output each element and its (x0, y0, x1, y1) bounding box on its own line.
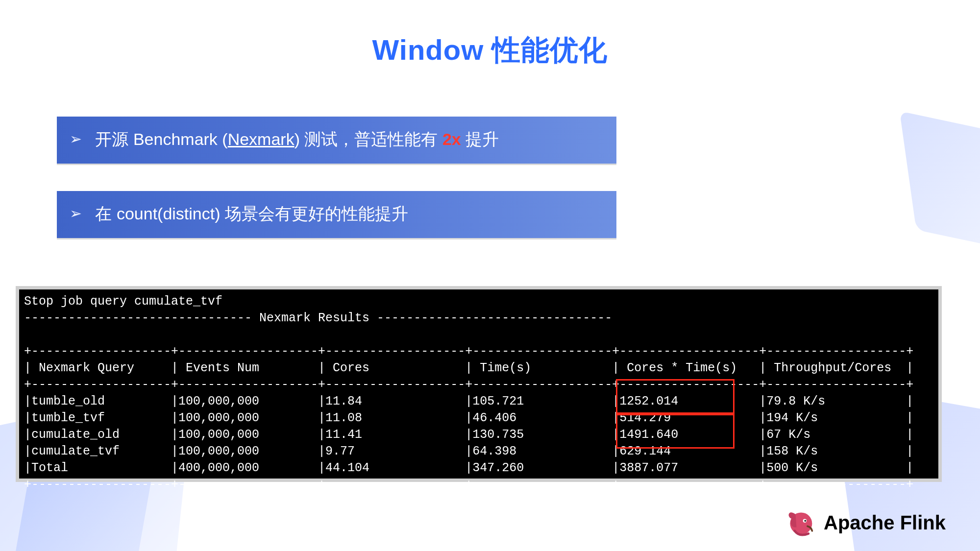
bullet-1-highlight: 2x (442, 130, 461, 148)
terminal-output: Stop job query cumulate_tvf ------------… (16, 286, 942, 482)
bullet-1-link: Nexmark (228, 130, 294, 148)
slide-title: Window 性能优化 (372, 31, 608, 70)
brand-footer: Apache Flink (785, 508, 946, 537)
terminal-sep: +-------------------+-------------------… (24, 478, 913, 492)
terminal-header-line: ------------------------------- Nexmark … (24, 311, 612, 325)
bullet-1-pre: 开源 Benchmark ( (95, 130, 227, 148)
brand-name: Apache Flink (824, 512, 946, 534)
terminal-row-3: |cumulate_tvf |100,000,000 |9.77 |64.398… (24, 444, 913, 458)
terminal-sep: +-------------------+-------------------… (24, 378, 913, 392)
flink-logo-icon (785, 508, 815, 537)
chevron-right-icon: ➢ (70, 129, 82, 148)
terminal-row-0: |tumble_old |100,000,000 |11.84 |105.721… (24, 394, 913, 408)
terminal-row-2: |cumulate_old |100,000,000 |11.41 |130.7… (24, 428, 913, 442)
highlight-box-2 (616, 412, 735, 449)
bullet-1-post: 提升 (461, 130, 499, 148)
terminal-head-row: | Nexmark Query | Events Num | Cores | T… (24, 361, 913, 375)
bullet-banner-2: ➢ 在 count(distinct) 场景会有更好的性能提升 (57, 191, 616, 238)
terminal-sep: +-------------------+-------------------… (24, 344, 913, 359)
bg-shape-top-right (900, 111, 980, 256)
svg-point-2 (804, 520, 806, 522)
terminal-row-1: |tumble_tvf |100,000,000 |11.08 |46.406 … (24, 411, 913, 425)
bullet-2-text: 在 count(distinct) 场景会有更好的性能提升 (95, 204, 408, 223)
chevron-right-icon: ➢ (70, 204, 82, 223)
terminal-row-4: |Total |400,000,000 |44.104 |347.260 |38… (24, 461, 913, 475)
terminal-stop-line: Stop job query cumulate_tvf (24, 294, 222, 309)
highlight-box-1 (616, 379, 735, 415)
bullet-1-mid: ) 测试，普适性能有 (294, 130, 442, 148)
bullet-banner-1: ➢ 开源 Benchmark (Nexmark) 测试，普适性能有 2x 提升 (57, 117, 616, 164)
